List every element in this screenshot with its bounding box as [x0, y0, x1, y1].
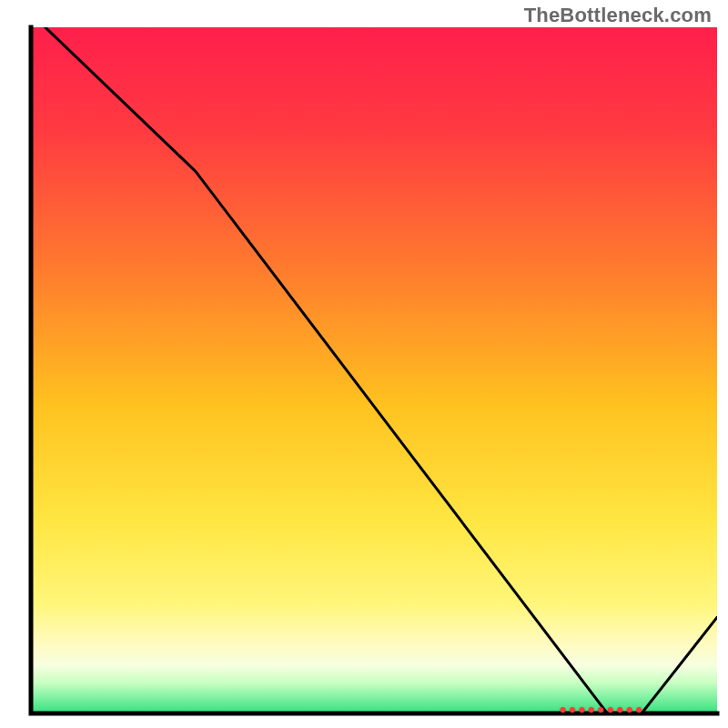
bottleneck-chart	[0, 0, 728, 728]
optimal-range-marker: ●●●●●●●●●	[559, 702, 644, 716]
plot-background	[31, 27, 717, 713]
